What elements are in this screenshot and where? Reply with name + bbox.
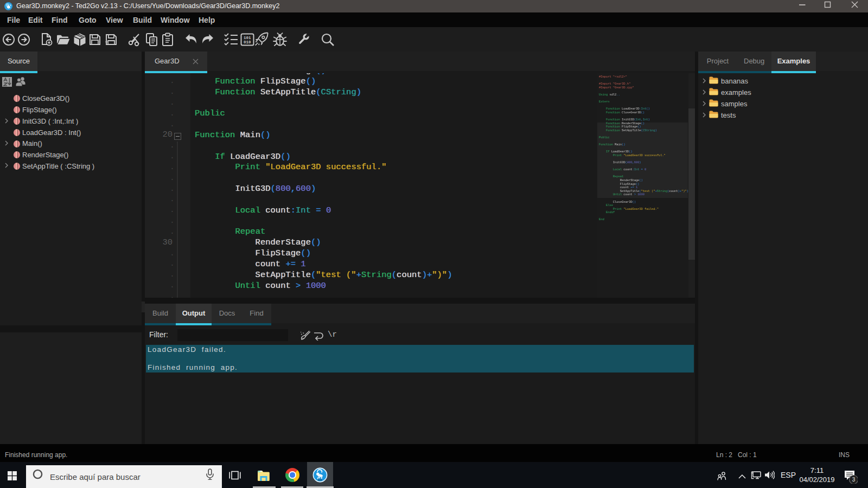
svg-text:010: 010 [244,40,251,44]
svg-text:3: 3 [852,477,856,483]
svg-text:GO: GO [318,478,322,481]
svg-text:101: 101 [244,35,251,40]
